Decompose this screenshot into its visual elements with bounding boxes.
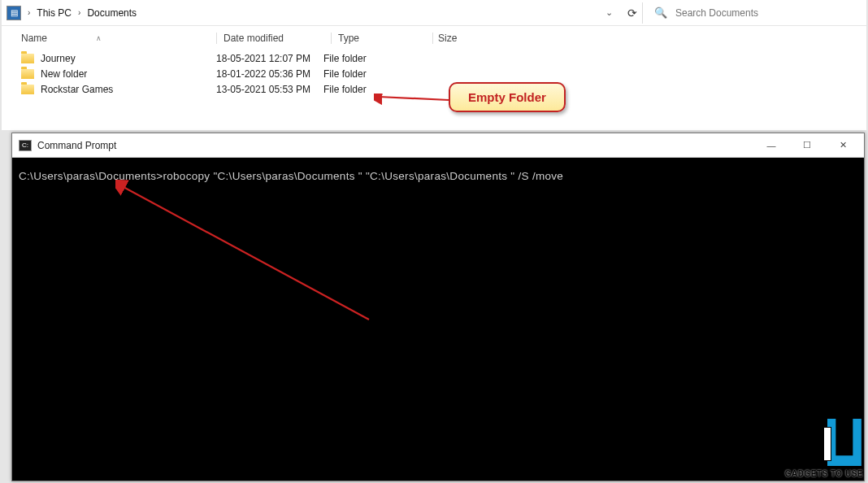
watermark-text: GADGETS TO USE bbox=[785, 469, 863, 478]
documents-icon: ▤ bbox=[7, 6, 21, 20]
breadcrumb-documents[interactable]: Documents bbox=[87, 7, 137, 19]
file-date: 13-05-2021 05:53 PM bbox=[216, 84, 323, 95]
header-size[interactable]: Size bbox=[432, 33, 489, 44]
refresh-icon[interactable]: ⟳ bbox=[627, 7, 637, 20]
chevron-right-icon: › bbox=[78, 8, 80, 17]
watermark-logo bbox=[787, 419, 861, 468]
file-name: Rockstar Games bbox=[41, 84, 113, 95]
search-input[interactable] bbox=[675, 7, 838, 19]
column-headers: Name ∧ Date modified Type Size bbox=[2, 26, 866, 49]
header-name-label: Name bbox=[21, 33, 47, 44]
folder-icon bbox=[21, 85, 34, 94]
file-date: 18-05-2021 12:07 PM bbox=[216, 53, 323, 64]
header-date[interactable]: Date modified bbox=[224, 33, 331, 44]
file-date: 18-01-2022 05:36 PM bbox=[216, 68, 323, 80]
maximize-button[interactable]: ☐ bbox=[789, 134, 825, 157]
svg-line-1 bbox=[379, 97, 449, 100]
file-list: Journey 18-05-2021 12:07 PM File folder … bbox=[2, 49, 866, 97]
breadcrumb-bar: ▤ › This PC › Documents ⌄ ⟳ 🔍 bbox=[2, 0, 866, 26]
chevron-right-icon: › bbox=[28, 8, 30, 17]
chevron-down-icon[interactable]: ⌄ bbox=[605, 7, 613, 18]
svg-line-3 bbox=[122, 186, 369, 320]
sort-asc-icon: ∧ bbox=[96, 34, 102, 42]
file-type: File folder bbox=[323, 53, 418, 64]
file-type: File folder bbox=[323, 68, 418, 80]
minimize-button[interactable]: — bbox=[753, 134, 789, 157]
folder-icon bbox=[21, 69, 34, 79]
file-name: New folder bbox=[41, 68, 87, 80]
list-item[interactable]: Journey 18-05-2021 12:07 PM File folder bbox=[21, 50, 857, 66]
cmd-icon: C: bbox=[19, 140, 32, 151]
search-icon: 🔍 bbox=[654, 7, 667, 19]
arrow-annotation-icon bbox=[374, 94, 451, 105]
watermark: GADGETS TO USE bbox=[785, 419, 863, 478]
folder-icon bbox=[21, 54, 34, 63]
search-box[interactable]: 🔍 bbox=[642, 2, 861, 24]
callout-empty-folder: Empty Folder bbox=[449, 82, 566, 112]
cmd-title: Command Prompt bbox=[37, 140, 116, 151]
file-explorer: ▤ › This PC › Documents ⌄ ⟳ 🔍 Name ∧ Dat… bbox=[2, 0, 866, 130]
breadcrumb-this-pc[interactable]: This PC bbox=[37, 7, 72, 19]
file-name: Journey bbox=[41, 53, 76, 64]
cmd-titlebar[interactable]: C: Command Prompt — ☐ ✕ bbox=[12, 133, 864, 158]
arrow-annotation-icon bbox=[115, 180, 375, 326]
address-bar[interactable]: ▤ › This PC › Documents bbox=[7, 2, 597, 24]
header-type[interactable]: Type bbox=[338, 33, 432, 44]
header-name[interactable]: Name ∧ bbox=[21, 33, 216, 44]
close-button[interactable]: ✕ bbox=[825, 134, 861, 157]
list-item[interactable]: New folder 18-01-2022 05:36 PM File fold… bbox=[21, 66, 857, 81]
